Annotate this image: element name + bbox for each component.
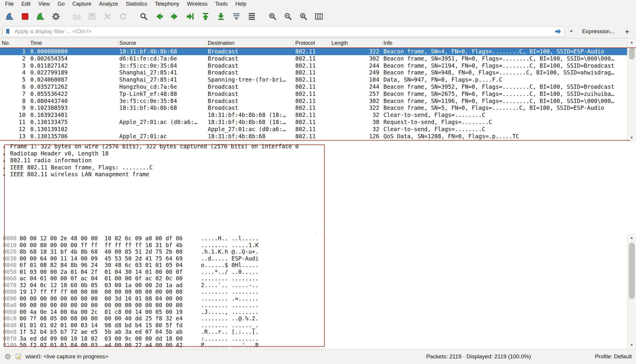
save-file-button[interactable] [84,9,100,24]
hex-ascii[interactable]: ........ .....1.K [201,242,258,249]
packet-row-11[interactable]: 110.130133475Apple_27:01:ac (d0:a6:…18:3… [0,119,627,126]
find-packet-button[interactable] [136,9,151,24]
hex-ascii[interactable]: ........ ........ [201,275,258,282]
hex-bytes[interactable]: ac 04 01 00 00 0f ac 04 01 00 00 0f ac 0… [20,275,201,282]
hex-bytes[interactable]: 00 7f 08 05 00 08 00 00 00 00 40 dd 25 f… [20,315,201,322]
hex-ascii[interactable]: ........ ..@.%.2. [201,315,258,322]
reload-file-button[interactable] [115,9,131,24]
menu-statistics[interactable]: Statistics [122,0,151,8]
display-filter-field[interactable] [2,26,565,37]
hex-bytes[interactable]: 1f 52 b4 b5 b7 72 ae e5 5b ab 3a ed 07 0… [20,328,201,335]
hex-bytes[interactable]: 00 00 00 00 00 00 00 00 00 00 00 00 00 0… [20,302,201,309]
column-header-time[interactable]: Time [28,38,118,48]
detail-line[interactable]: ▸Frame 1: 322 bytes on wire (2576 bits),… [0,143,636,150]
hex-ascii[interactable]: P....... ...'...B [201,342,258,349]
detail-line[interactable]: ▸IEEE 802.11 wireless LAN management fra… [0,171,636,178]
column-header-destination[interactable]: Destination [206,38,294,48]
open-file-button[interactable] [69,9,84,24]
hex-bytes[interactable]: 00 00 12 00 2e 48 00 00 10 02 6c 09 a0 0… [20,235,201,242]
packet-row-6[interactable]: 60.035271262Hangzhou_cd:7a:6eBroadcast80… [0,83,627,90]
hex-bytes[interactable]: 19 17 ff ff ff 00 00 00 00 00 00 00 00 0… [20,288,201,295]
capture-options-button[interactable] [48,9,64,24]
expander-icon[interactable]: ▸ [3,171,10,179]
go-first-button[interactable] [198,9,213,24]
expert-info-icon[interactable] [4,353,11,360]
expander-icon[interactable]: ▸ [3,158,10,165]
hex-ascii[interactable]: :....... ........ [201,335,258,342]
menu-capture[interactable]: Capture [69,0,95,8]
scrollbar-thumb[interactable] [629,47,635,60]
packet-row-8[interactable]: 80.0804437403e:f5:cc:0e:35:84Broadcast80… [0,98,627,105]
packet-list-scrollbar[interactable]: ▲ ▼ [627,38,636,142]
go-forward-button[interactable] [167,9,182,24]
scroll-down-icon[interactable]: ▼ [627,341,636,349]
go-back-button[interactable] [151,9,167,24]
hex-bytes[interactable]: 6f 01 08 82 84 8b 96 24 30 48 6c 03 01 0… [20,262,201,268]
colorize-button[interactable] [244,9,259,24]
expander-icon[interactable]: ▸ [3,144,10,151]
display-filter-input[interactable] [14,28,551,35]
column-header-length[interactable]: Length [330,38,382,48]
packet-row-1[interactable]: 10.00000000018:31:bf:4b:8b:68Broadcast80… [0,48,627,55]
hex-ascii[interactable]: .h.1.K.h @..Q-u+. [201,248,258,255]
hex-ascii[interactable]: .....H.. ..l..... [201,235,258,242]
hex-ascii[interactable]: o......$ 0Hl..... [201,262,258,268]
hex-ascii[interactable]: .R...r.. [.:...[. [201,328,258,335]
hex-bytes[interactable]: 00 00 64 00 11 14 00 09 45 53 50 2d 41 7… [20,255,201,262]
hex-scrollbar[interactable]: ▲ ▼ [627,234,636,349]
scroll-up-icon[interactable]: ▲ [627,234,636,241]
start-capture-button[interactable] [2,9,17,24]
packet-row-2[interactable]: 20.002654354d6:61:fe:cd:7a:6eBroadcast80… [0,55,627,62]
column-header-protocol[interactable]: Protocol [294,38,330,48]
hex-bytes[interactable]: 00 00 00 00 00 00 00 00 00 3d 16 01 08 0… [20,295,201,302]
hex-bytes[interactable]: 00 4a 0e 14 00 0a 00 2c 01 c8 00 14 00 0… [20,309,201,315]
filter-apply-icon[interactable] [554,27,562,36]
packet-row-9[interactable]: 90.10238859318:31:bf:4b:8b:68Broadcast80… [0,104,627,112]
hex-ascii[interactable]: ........ .=...... [201,295,258,302]
menu-view[interactable]: View [34,0,54,8]
zoom-out-button[interactable] [280,9,296,24]
hex-bytes[interactable]: 50 f2 02 01 01 84 00 03 a4 00 00 27 a4 0… [20,342,201,349]
filter-dropdown-button[interactable] [567,26,576,37]
menu-telephony[interactable]: Telephony [151,0,183,8]
expander-icon[interactable]: ▸ [3,151,10,158]
menu-file[interactable]: File [1,0,18,8]
zoom-in-button[interactable] [265,9,280,24]
hex-ascii[interactable]: .J....., ........ [201,309,258,315]
menu-tools[interactable]: Tools [211,0,231,8]
expander-icon[interactable]: ▸ [3,165,10,172]
detail-line[interactable]: ▸802.11 radio information [0,157,636,164]
detail-line[interactable]: ▸Radiotap Header v0, Length 18 [0,150,636,157]
menu-wireless[interactable]: Wireless [183,0,211,8]
hex-bytes[interactable]: 32 04 0c 12 18 60 0b 05 03 00 1a 00 00 2… [20,282,201,289]
go-to-packet-button[interactable] [182,9,198,24]
hex-ascii[interactable]: ........ ........ [201,302,258,309]
detail-line[interactable]: ▸IEEE 802.11 Beacon frame, Flags: ......… [0,164,636,171]
packet-row-13[interactable]: 130.130135706Apple_27:01:ac18:31:bf:4b:8… [0,133,627,140]
packet-row-3[interactable]: 30.0118271423c:f5:cc:0e:35:84Broadcast80… [0,62,627,69]
resize-columns-button[interactable] [311,9,326,24]
hex-bytes[interactable]: 01 03 00 00 2a 01 04 2f 01 04 30 14 01 0… [20,268,201,275]
menu-go[interactable]: Go [54,0,69,8]
menu-edit[interactable]: Edit [18,0,34,8]
stop-capture-button[interactable] [17,9,33,24]
expression-button[interactable]: Expression... [578,28,619,35]
hex-ascii[interactable]: ........ ......_. [201,322,258,329]
packet-row-5[interactable]: 50.024060087Shanghai_27:85:41Spanning-tr… [0,76,627,83]
pane-splitter[interactable]: · · · [0,230,636,234]
hex-bytes[interactable]: 00 00 80 00 00 00 ff ff ff ff ff ff 18 3… [20,242,201,249]
packet-row-12[interactable]: 120.130139102Apple_27:01:ac (d0:a6:…802.… [0,126,627,133]
column-header-info[interactable]: Info [382,38,627,48]
hex-ascii[interactable]: ....*../ ..0..... [201,268,258,275]
profile-text[interactable]: Profile: Default [578,353,632,360]
hex-ascii[interactable]: ........ ........ [201,288,258,295]
menu-help[interactable]: Help [231,0,250,8]
packet-row-4[interactable]: 40.022799189Shanghai_27:85:41Broadcast80… [0,69,627,76]
add-filter-button[interactable]: + [621,27,634,36]
hex-bytes[interactable]: 01 01 01 02 01 00 03 14 98 d8 bd b4 15 8… [20,322,201,329]
hex-ascii[interactable]: ..d..... ESP-Audi [201,255,258,262]
zoom-reset-button[interactable] [296,9,311,24]
column-header-no[interactable]: No. [0,38,28,48]
scroll-down-icon[interactable]: ▼ [627,134,636,142]
hex-ascii[interactable]: 2....`.. .....-.. [201,282,258,289]
